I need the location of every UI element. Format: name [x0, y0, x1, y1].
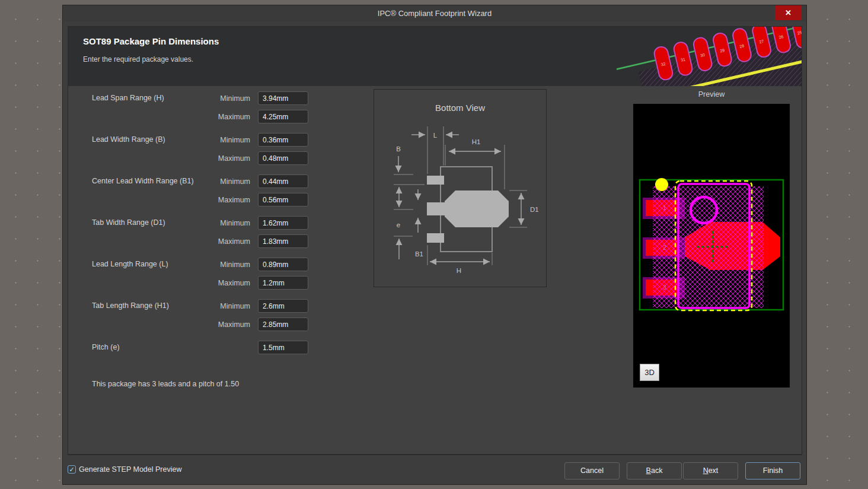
checkmark-icon: ✓ — [69, 466, 74, 473]
form-group-tab-length: Tab Length Range (H1) Minimum Maximum — [92, 299, 376, 335]
field-label: Lead Span Range (H) — [92, 91, 164, 105]
minimum-label: Minimum — [216, 136, 250, 144]
tab-width-min-input[interactable] — [258, 216, 308, 230]
svg-text:B: B — [396, 145, 401, 153]
field-label: Tab Length Range (H1) — [92, 299, 169, 313]
form-group-lead-width: Lead Width Range (B) Minimum Maximum — [92, 133, 376, 169]
maximum-label: Maximum — [216, 196, 250, 204]
package-leads — [427, 176, 509, 243]
tab-width-max-input[interactable] — [258, 234, 308, 248]
maximum-label: Maximum — [216, 279, 250, 287]
checkbox[interactable]: ✓ — [68, 465, 76, 474]
form-group-lead-span: Lead Span Range (H) Minimum Maximum — [92, 91, 376, 127]
tab-length-max-input[interactable] — [258, 317, 308, 331]
form-group-center-lead-width: Center Lead Width Range (B1) Minimum Max… — [92, 174, 376, 210]
svg-text:3: 3 — [663, 284, 666, 291]
minimum-label: Minimum — [216, 177, 250, 186]
dialog-title: IPC® Compliant Footprint Wizard — [378, 9, 492, 18]
maximum-label: Maximum — [216, 237, 250, 246]
minimum-label: Minimum — [216, 302, 250, 310]
preview-title: Preview — [633, 90, 790, 99]
lead-span-min-input[interactable] — [258, 91, 308, 105]
close-button[interactable]: ✕ — [775, 5, 802, 20]
desktop: IPC® Compliant Footprint Wizard ✕ — [0, 0, 868, 489]
lead-width-min-input[interactable] — [258, 133, 308, 147]
field-label: Lead Length Range (L) — [92, 258, 168, 271]
svg-text:25: 25 — [797, 30, 802, 36]
checkbox-label: Generate STEP Model Preview — [79, 465, 181, 474]
lead-length-max-input[interactable] — [258, 276, 308, 290]
3d-view-button[interactable]: 3D — [640, 364, 659, 381]
center-lead-width-min-input[interactable] — [258, 174, 308, 188]
preview-viewport[interactable]: 1 2 3 3D — [633, 104, 790, 388]
tab-length-min-input[interactable] — [258, 299, 308, 313]
diagram-title: Bottom View — [435, 103, 485, 113]
footprint-preview-graphic: 1 2 3 — [633, 104, 790, 388]
dialog-titlebar[interactable]: IPC® Compliant Footprint Wizard — [63, 5, 806, 21]
maximum-label: Maximum — [216, 320, 250, 329]
svg-text:H: H — [457, 267, 461, 274]
preview-pin1-marker — [655, 178, 668, 191]
svg-text:e: e — [397, 221, 400, 228]
finish-button[interactable]: Finish — [745, 462, 800, 480]
svg-text:2: 2 — [663, 244, 666, 251]
lead-length-min-input[interactable] — [258, 258, 308, 271]
pitch-input[interactable] — [258, 341, 308, 354]
footprint-wizard-dialog: IPC® Compliant Footprint Wizard ✕ — [62, 5, 807, 485]
bottom-view-diagram: Bottom View — [374, 90, 546, 287]
svg-text:1: 1 — [663, 205, 666, 211]
maximum-label: Maximum — [216, 154, 250, 163]
form-group-lead-length: Lead Length Range (L) Minimum Maximum — [92, 258, 376, 293]
decorative-pcb-banner: 32 31 30 29 28 27 26 25 1 — [617, 27, 802, 86]
wizard-header-band: 32 31 30 29 28 27 26 25 1 — [68, 27, 802, 86]
center-lead-width-max-input[interactable] — [258, 193, 308, 207]
svg-text:D1: D1 — [530, 206, 539, 213]
lead-span-max-input[interactable] — [258, 110, 308, 123]
form-group-tab-width: Tab Width Range (D1) Minimum Maximum — [92, 216, 376, 252]
field-label: Tab Width Range (D1) — [92, 216, 165, 230]
package-tab — [445, 190, 509, 227]
field-label: Pitch (e) — [92, 341, 120, 354]
svg-text:H1: H1 — [472, 138, 481, 145]
svg-text:L: L — [433, 132, 438, 139]
generate-step-checkbox-row[interactable]: ✓ Generate STEP Model Preview — [68, 465, 181, 474]
close-icon: ✕ — [785, 8, 792, 17]
lead-width-max-input[interactable] — [258, 151, 308, 165]
package-summary-text: This package has 3 leads and a pitch of … — [92, 380, 239, 388]
svg-text:B1: B1 — [415, 250, 423, 258]
footer-divider — [68, 455, 802, 455]
field-label: Center Lead Width Range (B1) — [92, 174, 194, 188]
minimum-label: Minimum — [216, 261, 250, 269]
maximum-label: Maximum — [216, 113, 250, 121]
next-button[interactable]: Next — [683, 462, 738, 480]
back-button[interactable]: Back — [627, 462, 682, 480]
minimum-label: Minimum — [216, 94, 250, 103]
minimum-label: Minimum — [216, 219, 250, 227]
bottom-view-panel: Bottom View — [374, 89, 547, 287]
page-title: SOT89 Package Pin Dimensions — [83, 36, 219, 46]
field-label: Lead Width Range (B) — [92, 133, 165, 147]
form-group-pitch: Pitch (e) — [92, 341, 376, 376]
page-subtitle: Enter the required package values. — [83, 55, 193, 63]
wizard-content-panel: 32 31 30 29 28 27 26 25 1 — [68, 26, 802, 455]
cancel-button[interactable]: Cancel — [564, 462, 620, 480]
